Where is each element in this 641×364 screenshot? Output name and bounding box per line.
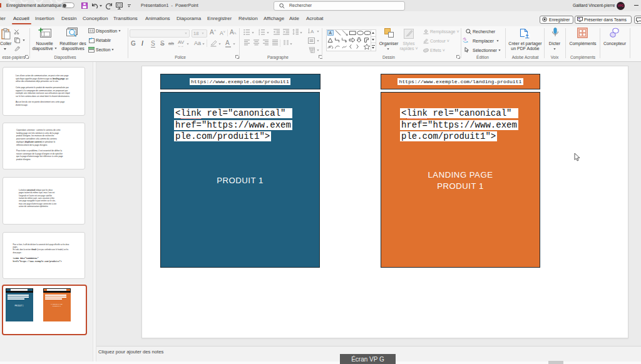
svg-text:A: A bbox=[329, 31, 332, 35]
svg-text:A: A bbox=[310, 29, 314, 34]
